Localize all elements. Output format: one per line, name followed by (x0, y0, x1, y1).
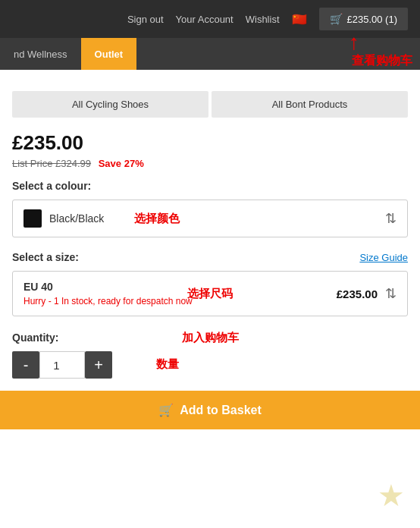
size-stock: Hurry - 1 In stock, ready for despatch n… (24, 296, 193, 306)
size-selector[interactable]: EU 40 Hurry - 1 In stock, ready for desp… (12, 271, 408, 316)
sign-out-link[interactable]: Sign out (127, 14, 164, 25)
add-basket-label: Add to Basket (180, 404, 262, 417)
cart-label: £235.00 (1) (347, 14, 398, 25)
all-cycling-shoes-button[interactable]: All Cycling Shoes (12, 91, 208, 118)
size-price: £235.00 (337, 288, 378, 300)
tab-wellness[interactable]: nd Wellness (0, 38, 81, 70)
quantity-label: Quantity: (12, 332, 408, 344)
list-price-label: List Price £324.99 (12, 158, 91, 169)
all-bont-products-button[interactable]: All Bont Products (212, 91, 408, 118)
your-account-link[interactable]: Your Account (176, 14, 234, 25)
size-section-header: Select a size: Size Guide (12, 251, 408, 263)
quantity-input[interactable] (39, 351, 85, 379)
product-price: £235.00 (12, 131, 408, 155)
size-section-label: Select a size: (12, 251, 79, 263)
main-content: All Cycling Shoes All Bont Products £235… (0, 91, 420, 379)
size-zh-label: 选择尺码 (187, 287, 233, 301)
tab-outlet[interactable]: Outlet (81, 38, 137, 70)
size-selector-left: EU 40 Hurry - 1 In stock, ready for desp… (24, 281, 193, 306)
quantity-decrease-button[interactable]: - (12, 351, 39, 379)
save-label: Save 27% (99, 158, 144, 169)
colour-section-label: Select a colour: (12, 180, 408, 192)
quantity-controls: - + 数量 (12, 351, 408, 379)
colour-selector-left: Black/Black (24, 209, 104, 228)
colour-zh-label: 选择颜色 (134, 212, 180, 226)
colour-value: Black/Black (49, 212, 104, 225)
size-guide-link[interactable]: Size Guide (359, 252, 408, 263)
size-selector-right: £235.00 ⇅ (337, 287, 396, 300)
cart-icon: 🛒 (330, 13, 343, 25)
add-to-basket-button[interactable]: 🛒 Add to Basket (0, 391, 420, 429)
quantity-increase-button[interactable]: + (85, 351, 112, 379)
header: Sign out Your Account Wishlist 🇨🇳 🛒 £235… (0, 0, 420, 38)
qty-zh-label: 数量 (156, 357, 179, 372)
spacer (0, 70, 420, 91)
nav-tabs: nd Wellness Outlet (0, 38, 420, 70)
basket-icon: 🛒 (158, 403, 174, 417)
size-chevron-icon: ⇅ (385, 287, 396, 300)
colour-swatch-black (24, 209, 42, 228)
size-value: EU 40 (24, 281, 193, 293)
wishlist-link[interactable]: Wishlist (246, 14, 280, 25)
star-icon: ★ (378, 479, 405, 512)
category-buttons: All Cycling Shoes All Bont Products (12, 91, 408, 118)
colour-selector[interactable]: Black/Black 选择颜色 ⇅ (12, 200, 408, 237)
cart-button[interactable]: 🛒 £235.00 (1) (319, 8, 409, 30)
price-list-row: List Price £324.99 Save 27% (12, 158, 408, 169)
colour-chevron-icon: ⇅ (385, 212, 396, 225)
flag-icon: 🇨🇳 (292, 12, 307, 27)
watermark: ★ (378, 478, 405, 513)
